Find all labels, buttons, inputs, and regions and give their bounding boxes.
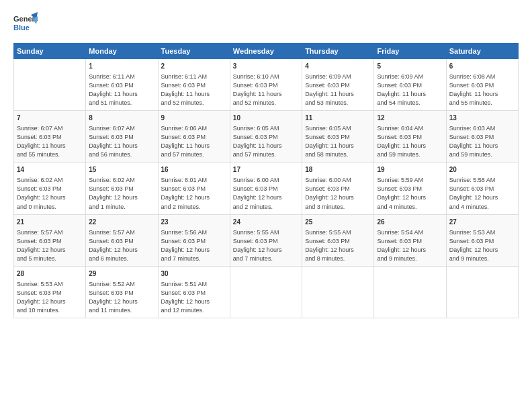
- logo-icon: GeneralBlue: [13, 12, 38, 36]
- calendar-cell: 6Sunrise: 6:08 AM Sunset: 6:03 PM Daylig…: [446, 59, 518, 111]
- day-number: 30: [161, 269, 227, 279]
- day-number: 25: [305, 218, 371, 227]
- day-number: 12: [377, 113, 443, 123]
- calendar-cell: [446, 266, 518, 318]
- calendar-cell: 16Sunrise: 6:01 AM Sunset: 6:03 PM Dayli…: [158, 163, 230, 214]
- calendar-cell: [230, 266, 302, 318]
- calendar-cell: 13Sunrise: 6:03 AM Sunset: 6:03 PM Dayli…: [446, 111, 518, 163]
- calendar-cell: 22Sunrise: 5:57 AM Sunset: 6:03 PM Dayli…: [86, 214, 158, 266]
- calendar-cell: 11Sunrise: 6:05 AM Sunset: 6:03 PM Dayli…: [302, 111, 374, 163]
- calendar-cell: 27Sunrise: 5:53 AM Sunset: 6:03 PM Dayli…: [446, 214, 518, 266]
- day-number: 9: [161, 113, 227, 123]
- header-cell-saturday: Saturday: [446, 44, 518, 59]
- day-number: 27: [449, 218, 515, 227]
- cell-info: Sunrise: 6:07 AM Sunset: 6:03 PM Dayligh…: [17, 124, 83, 159]
- calendar-cell: 3Sunrise: 6:10 AM Sunset: 6:03 PM Daylig…: [230, 59, 302, 111]
- day-number: 6: [449, 62, 515, 71]
- calendar-cell: [14, 59, 86, 111]
- cell-info: Sunrise: 5:55 AM Sunset: 6:03 PM Dayligh…: [233, 228, 299, 263]
- cell-info: Sunrise: 5:57 AM Sunset: 6:03 PM Dayligh…: [17, 228, 83, 263]
- cell-info: Sunrise: 6:04 AM Sunset: 6:03 PM Dayligh…: [377, 124, 443, 159]
- svg-text:Blue: Blue: [13, 24, 30, 32]
- week-row-0: 1Sunrise: 6:11 AM Sunset: 6:03 PM Daylig…: [14, 59, 519, 111]
- cell-info: Sunrise: 6:11 AM Sunset: 6:03 PM Dayligh…: [89, 73, 154, 107]
- calendar-cell: 26Sunrise: 5:54 AM Sunset: 6:03 PM Dayli…: [374, 214, 446, 266]
- day-number: 8: [89, 113, 154, 123]
- cell-info: Sunrise: 6:07 AM Sunset: 6:03 PM Dayligh…: [89, 124, 154, 159]
- calendar-cell: 20Sunrise: 5:58 AM Sunset: 6:03 PM Dayli…: [446, 163, 518, 214]
- cell-info: Sunrise: 6:00 AM Sunset: 6:03 PM Dayligh…: [305, 176, 371, 211]
- cell-info: Sunrise: 6:09 AM Sunset: 6:03 PM Dayligh…: [305, 73, 371, 107]
- cell-info: Sunrise: 6:03 AM Sunset: 6:03 PM Dayligh…: [449, 124, 515, 159]
- calendar-cell: 15Sunrise: 6:02 AM Sunset: 6:03 PM Dayli…: [86, 163, 158, 214]
- cell-info: Sunrise: 5:57 AM Sunset: 6:03 PM Dayligh…: [89, 228, 154, 263]
- calendar-cell: 25Sunrise: 5:55 AM Sunset: 6:03 PM Dayli…: [302, 214, 374, 266]
- calendar-cell: 30Sunrise: 5:51 AM Sunset: 6:03 PM Dayli…: [158, 266, 230, 318]
- cell-info: Sunrise: 5:55 AM Sunset: 6:03 PM Dayligh…: [305, 228, 371, 263]
- calendar-cell: 4Sunrise: 6:09 AM Sunset: 6:03 PM Daylig…: [302, 59, 374, 111]
- header-cell-sunday: Sunday: [14, 44, 86, 59]
- cell-info: Sunrise: 5:56 AM Sunset: 6:03 PM Dayligh…: [161, 228, 227, 263]
- cell-info: Sunrise: 6:09 AM Sunset: 6:03 PM Dayligh…: [377, 73, 443, 107]
- day-number: 14: [17, 165, 83, 175]
- day-number: 10: [233, 113, 299, 123]
- cell-info: Sunrise: 6:02 AM Sunset: 6:03 PM Dayligh…: [17, 176, 83, 211]
- cell-info: Sunrise: 5:52 AM Sunset: 6:03 PM Dayligh…: [89, 280, 154, 315]
- calendar-cell: 17Sunrise: 6:00 AM Sunset: 6:03 PM Dayli…: [230, 163, 302, 214]
- calendar-table: SundayMondayTuesdayWednesdayThursdayFrid…: [13, 43, 519, 318]
- day-number: 20: [449, 165, 515, 175]
- cell-info: Sunrise: 5:59 AM Sunset: 6:03 PM Dayligh…: [377, 176, 443, 211]
- day-number: 26: [377, 218, 443, 227]
- calendar-cell: 19Sunrise: 5:59 AM Sunset: 6:03 PM Dayli…: [374, 163, 446, 214]
- cell-info: Sunrise: 6:10 AM Sunset: 6:03 PM Dayligh…: [233, 73, 299, 107]
- calendar-cell: 5Sunrise: 6:09 AM Sunset: 6:03 PM Daylig…: [374, 59, 446, 111]
- calendar-cell: 2Sunrise: 6:11 AM Sunset: 6:03 PM Daylig…: [158, 59, 230, 111]
- day-number: 23: [161, 218, 227, 227]
- cell-info: Sunrise: 5:54 AM Sunset: 6:03 PM Dayligh…: [377, 228, 443, 263]
- day-number: 29: [89, 269, 154, 279]
- day-number: 16: [161, 165, 227, 175]
- day-number: 7: [17, 113, 83, 123]
- day-number: 15: [89, 165, 154, 175]
- day-number: 5: [377, 62, 443, 71]
- calendar-cell: 1Sunrise: 6:11 AM Sunset: 6:03 PM Daylig…: [86, 59, 158, 111]
- day-number: 1: [89, 62, 154, 71]
- day-number: 28: [17, 269, 83, 279]
- header-cell-friday: Friday: [374, 44, 446, 59]
- calendar-cell: 14Sunrise: 6:02 AM Sunset: 6:03 PM Dayli…: [14, 163, 86, 214]
- header-row: SundayMondayTuesdayWednesdayThursdayFrid…: [14, 44, 519, 59]
- cell-info: Sunrise: 5:53 AM Sunset: 6:03 PM Dayligh…: [449, 228, 515, 263]
- day-number: 21: [17, 218, 83, 227]
- day-number: 18: [305, 165, 371, 175]
- calendar-cell: 24Sunrise: 5:55 AM Sunset: 6:03 PM Dayli…: [230, 214, 302, 266]
- week-row-1: 7Sunrise: 6:07 AM Sunset: 6:03 PM Daylig…: [14, 111, 519, 163]
- cell-info: Sunrise: 6:06 AM Sunset: 6:03 PM Dayligh…: [161, 124, 227, 159]
- header-cell-wednesday: Wednesday: [230, 44, 302, 59]
- calendar-body: 1Sunrise: 6:11 AM Sunset: 6:03 PM Daylig…: [14, 59, 519, 318]
- header-cell-tuesday: Tuesday: [158, 44, 230, 59]
- cell-info: Sunrise: 5:53 AM Sunset: 6:03 PM Dayligh…: [17, 280, 83, 315]
- week-row-2: 14Sunrise: 6:02 AM Sunset: 6:03 PM Dayli…: [14, 163, 519, 214]
- cell-info: Sunrise: 6:00 AM Sunset: 6:03 PM Dayligh…: [233, 176, 299, 211]
- cell-info: Sunrise: 5:58 AM Sunset: 6:03 PM Dayligh…: [449, 176, 515, 211]
- day-number: 13: [449, 113, 515, 123]
- calendar-cell: 29Sunrise: 5:52 AM Sunset: 6:03 PM Dayli…: [86, 266, 158, 318]
- day-number: 24: [233, 218, 299, 227]
- calendar-cell: 12Sunrise: 6:04 AM Sunset: 6:03 PM Dayli…: [374, 111, 446, 163]
- header-cell-thursday: Thursday: [302, 44, 374, 59]
- day-number: 4: [305, 62, 371, 71]
- calendar-cell: 10Sunrise: 6:05 AM Sunset: 6:03 PM Dayli…: [230, 111, 302, 163]
- cell-info: Sunrise: 6:05 AM Sunset: 6:03 PM Dayligh…: [233, 124, 299, 159]
- calendar-cell: 18Sunrise: 6:00 AM Sunset: 6:03 PM Dayli…: [302, 163, 374, 214]
- calendar-cell: 21Sunrise: 5:57 AM Sunset: 6:03 PM Dayli…: [14, 214, 86, 266]
- header-cell-monday: Monday: [86, 44, 158, 59]
- cell-info: Sunrise: 5:51 AM Sunset: 6:03 PM Dayligh…: [161, 280, 227, 315]
- calendar-header: SundayMondayTuesdayWednesdayThursdayFrid…: [14, 44, 519, 59]
- calendar-cell: 8Sunrise: 6:07 AM Sunset: 6:03 PM Daylig…: [86, 111, 158, 163]
- day-number: 11: [305, 113, 371, 123]
- calendar-cell: 28Sunrise: 5:53 AM Sunset: 6:03 PM Dayli…: [14, 266, 86, 318]
- day-number: 19: [377, 165, 443, 175]
- cell-info: Sunrise: 6:08 AM Sunset: 6:03 PM Dayligh…: [449, 73, 515, 107]
- day-number: 2: [161, 62, 227, 71]
- calendar-cell: 23Sunrise: 5:56 AM Sunset: 6:03 PM Dayli…: [158, 214, 230, 266]
